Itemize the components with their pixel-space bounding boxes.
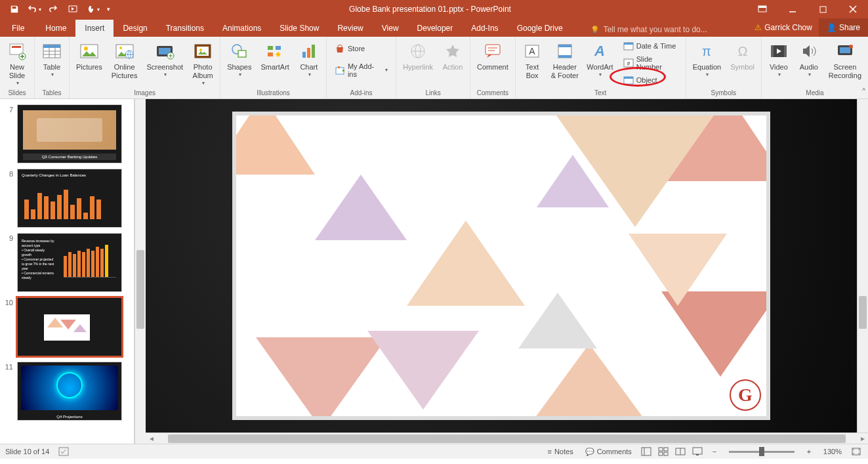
tab-addins[interactable]: Add-Ins xyxy=(462,20,507,37)
redo-button[interactable] xyxy=(45,1,63,17)
thumbnail-11[interactable]: 11 Q4 Projections xyxy=(0,360,134,425)
slide-logo: G xyxy=(730,379,761,411)
svg-rect-4 xyxy=(820,7,826,12)
tab-home[interactable]: Home xyxy=(36,20,75,37)
current-slide[interactable]: G xyxy=(232,112,770,420)
tab-file[interactable]: File xyxy=(0,20,36,37)
group-comments: Comment Comments xyxy=(470,37,516,98)
pictures-button[interactable]: Pictures xyxy=(72,39,107,74)
tab-developer[interactable]: Developer xyxy=(408,20,463,37)
thumbnails-scrollbar[interactable] xyxy=(134,99,146,444)
my-addins-button[interactable]: My Add-ins▾ xyxy=(331,60,391,80)
share-button[interactable]: 👤Share xyxy=(819,18,868,37)
svg-rect-5 xyxy=(10,44,23,54)
zoom-slider-handle[interactable] xyxy=(759,447,764,456)
workspace: 7 Q3 Consumer Banking Updates 8 Quarterl… xyxy=(0,99,868,444)
ribbon-display-button[interactable] xyxy=(747,0,777,18)
text-box-button[interactable]: A Text Box xyxy=(518,39,547,82)
comment-icon xyxy=(482,41,503,62)
equation-button[interactable]: π Equation▾ xyxy=(688,39,726,79)
smartart-icon xyxy=(264,41,285,62)
thumbnail-9[interactable]: 9 Revenue increases by account type• Ove… xyxy=(0,232,134,296)
tab-transitions[interactable]: Transitions xyxy=(157,20,213,37)
tab-design[interactable]: Design xyxy=(114,20,156,37)
touch-mode-button[interactable]: ▾ xyxy=(84,1,102,17)
reading-view-button[interactable] xyxy=(672,445,688,458)
tab-insert[interactable]: Insert xyxy=(75,20,114,37)
table-button[interactable]: Table▾ xyxy=(37,39,67,79)
group-tables: Table▾ Tables xyxy=(35,37,70,98)
screenshot-button[interactable]: Screenshot▾ xyxy=(142,39,188,79)
svg-rect-58 xyxy=(784,45,787,57)
notes-button[interactable]: ≡Notes xyxy=(543,446,579,457)
svg-rect-67 xyxy=(659,452,663,455)
new-slide-button[interactable]: New Slide▾ xyxy=(2,39,32,88)
slide-number-button[interactable]: # Slide Number xyxy=(620,53,681,73)
group-text: A Text Box Header & Footer A WordArt▾ Da… xyxy=(516,37,686,98)
thumbnail-8[interactable]: 8 Quarterly Changes in Loan Balances xyxy=(0,167,134,232)
slide-canvas[interactable]: G xyxy=(146,99,857,432)
wordart-button[interactable]: A WordArt▾ xyxy=(583,39,617,79)
hyperlink-button: Hyperlink xyxy=(398,39,438,74)
scrollbar-thumb[interactable] xyxy=(859,296,867,329)
slide-thumbnails-panel[interactable]: 7 Q3 Consumer Banking Updates 8 Quarterl… xyxy=(0,99,134,444)
tab-view[interactable]: View xyxy=(373,20,408,37)
svg-rect-30 xyxy=(302,52,306,58)
zoom-in-button[interactable]: + xyxy=(801,445,817,458)
quick-access-toolbar: ▾ ▾ ▾ xyxy=(0,1,113,17)
tab-googledrive[interactable]: Google Drive xyxy=(508,20,572,37)
collapse-ribbon-button[interactable]: ^ xyxy=(862,87,865,95)
comments-button[interactable]: 💬Comments xyxy=(580,446,637,458)
close-button[interactable] xyxy=(838,0,868,18)
start-from-beginning-button[interactable] xyxy=(64,1,83,17)
screen-recording-button[interactable]: Screen Recording xyxy=(824,39,866,82)
svg-rect-29 xyxy=(268,53,273,56)
save-button[interactable] xyxy=(5,1,24,17)
normal-view-button[interactable] xyxy=(638,445,654,458)
svg-text:A: A xyxy=(529,46,535,56)
slideshow-view-button[interactable] xyxy=(690,445,705,458)
slide-sorter-button[interactable] xyxy=(655,445,671,458)
tell-me-search[interactable]: 💡 Tell me what you want to do... xyxy=(585,22,713,37)
minimize-button[interactable] xyxy=(777,0,808,18)
undo-button[interactable]: ▾ xyxy=(25,1,43,17)
zoom-level[interactable]: 130% xyxy=(818,446,847,457)
comment-button[interactable]: Comment xyxy=(472,39,513,74)
fit-to-window-button[interactable] xyxy=(848,445,864,458)
zoom-slider[interactable] xyxy=(729,451,795,453)
thumbnail-10[interactable]: 10 xyxy=(0,296,134,360)
group-addins: Store My Add-ins▾ Add-ins xyxy=(327,37,396,98)
tab-animations[interactable]: Animations xyxy=(213,20,270,37)
smartart-button[interactable]: SmartArt xyxy=(256,39,293,74)
chart-button[interactable]: Chart▾ xyxy=(294,39,324,79)
thumbnail-7[interactable]: 7 Q3 Consumer Banking Updates xyxy=(0,103,134,167)
audio-button[interactable]: Audio▾ xyxy=(794,39,824,79)
spellcheck-icon[interactable] xyxy=(58,447,69,456)
tab-review[interactable]: Review xyxy=(328,20,372,37)
slide-counter[interactable]: Slide 10 of 14 xyxy=(5,448,49,455)
ribbon-tabs: File Home Insert Design Transitions Anim… xyxy=(0,18,868,37)
vertical-scrollbar[interactable] xyxy=(857,99,868,432)
store-button[interactable]: Store xyxy=(331,41,391,56)
customize-qat-button[interactable]: ▾ xyxy=(104,1,113,17)
object-button[interactable]: Object xyxy=(620,73,681,87)
screenshot-icon xyxy=(154,41,175,62)
scrollbar-thumb[interactable] xyxy=(136,250,144,329)
group-slides: New Slide▾ Slides xyxy=(0,37,35,98)
zoom-out-button[interactable]: − xyxy=(707,445,722,458)
maximize-button[interactable] xyxy=(808,0,838,18)
shapes-button[interactable]: Shapes▾ xyxy=(222,39,256,79)
video-icon xyxy=(768,41,789,62)
svg-point-37 xyxy=(415,45,421,58)
online-pictures-button[interactable]: Online Pictures xyxy=(107,39,142,82)
tab-slideshow[interactable]: Slide Show xyxy=(270,20,328,37)
header-footer-button[interactable]: Header & Footer xyxy=(547,39,583,82)
user-account[interactable]: ⚠Garrick Chow xyxy=(748,23,819,32)
svg-rect-60 xyxy=(840,47,850,53)
video-button[interactable]: Video▾ xyxy=(764,39,794,79)
window-title: Globe Bank presentation 01.pptx - PowerP… xyxy=(113,5,747,14)
comments-icon: 💬 xyxy=(585,448,594,456)
photo-album-button[interactable]: Photo Album▾ xyxy=(188,39,218,88)
date-time-button[interactable]: Date & Time xyxy=(620,39,681,53)
horizontal-scrollbar[interactable]: ◂ ▸ xyxy=(146,432,868,444)
